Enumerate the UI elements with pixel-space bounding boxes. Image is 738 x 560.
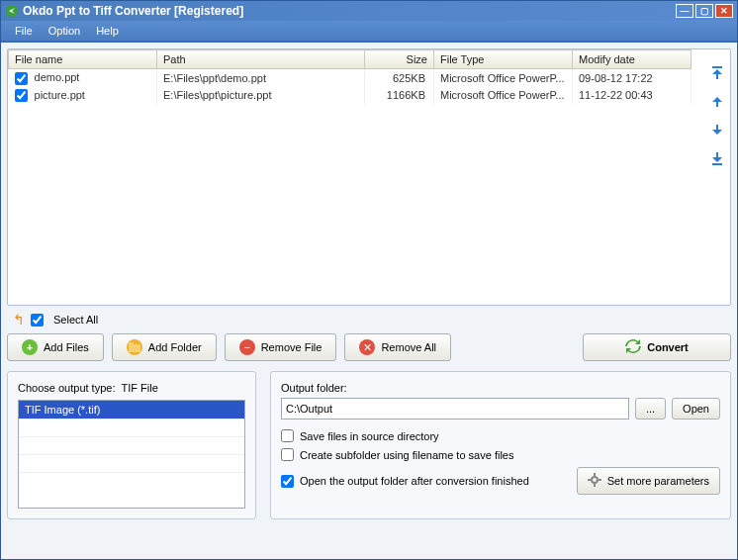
convert-label: Convert [647, 341, 689, 353]
app-icon [5, 4, 19, 18]
move-top-button[interactable] [708, 65, 726, 83]
cell-path: E:\Files\ppt\picture.ppt [157, 87, 365, 105]
move-up-button[interactable] [708, 93, 726, 111]
table-row[interactable]: demo.pptE:\Files\ppt\demo.ppt625KBMicros… [9, 69, 692, 87]
list-item[interactable]: TIF Image (*.tif) [19, 401, 244, 419]
select-all-row: ↰ Select All [13, 312, 731, 327]
output-type-list[interactable]: TIF Image (*.tif) [18, 400, 245, 509]
file-table: File name Path Size File Type Modify dat… [8, 49, 692, 104]
move-down-button[interactable] [708, 121, 726, 139]
output-folder-input[interactable] [281, 398, 629, 420]
open-folder-button[interactable]: Open [672, 398, 720, 420]
save-source-label: Save files in source directory [300, 430, 439, 442]
plus-icon: + [22, 339, 38, 355]
cell-filename: picture.ppt [35, 89, 85, 101]
subfolder-checkbox[interactable] [281, 448, 294, 461]
reorder-buttons [708, 65, 726, 166]
folder-icon [127, 339, 142, 355]
row-checkbox[interactable] [15, 89, 28, 102]
svg-rect-3 [129, 344, 140, 352]
list-item [19, 419, 244, 436]
cell-path: E:\Files\ppt\demo.ppt [157, 69, 365, 87]
more-parameters-label: Set more parameters [607, 475, 709, 487]
titlebar: Okdo Ppt to Tiff Converter [Registered] … [1, 1, 737, 21]
move-bottom-button[interactable] [708, 148, 726, 166]
output-folder-group: Output folder: ... Open Save files in so… [270, 371, 731, 519]
select-all-checkbox[interactable] [31, 314, 44, 327]
add-files-label: Add Files [44, 341, 89, 353]
cell-size: 625KB [365, 69, 434, 87]
svg-rect-4 [129, 342, 134, 345]
remove-all-icon: ✕ [359, 339, 375, 355]
col-filetype[interactable]: File Type [434, 50, 573, 69]
list-item [19, 472, 244, 490]
more-parameters-button[interactable]: Set more parameters [577, 467, 720, 495]
file-list-panel: File name Path Size File Type Modify dat… [7, 48, 731, 306]
toolbar: +Add Files Add Folder −Remove File ✕Remo… [7, 333, 731, 361]
cell-modify: 09-08-12 17:22 [573, 69, 692, 87]
cell-modify: 11-12-22 00:43 [573, 87, 692, 105]
convert-icon [625, 338, 641, 356]
cell-size: 1166KB [365, 87, 434, 105]
svg-rect-2 [712, 163, 722, 165]
col-size[interactable]: Size [365, 50, 434, 69]
add-folder-label: Add Folder [148, 341, 202, 353]
col-path[interactable]: Path [157, 50, 365, 69]
cell-filetype: Microsoft Office PowerP... [434, 87, 573, 105]
cell-filename: demo.ppt [35, 71, 80, 83]
remove-all-button[interactable]: ✕Remove All [344, 333, 451, 361]
remove-file-button[interactable]: −Remove File [225, 333, 337, 361]
remove-file-label: Remove File [261, 341, 323, 353]
minimize-button[interactable]: — [676, 4, 693, 18]
add-files-button[interactable]: +Add Files [7, 333, 104, 361]
col-modify[interactable]: Modify date [573, 50, 692, 69]
cell-filetype: Microsoft Office PowerP... [434, 69, 573, 87]
add-folder-button[interactable]: Add Folder [112, 333, 217, 361]
select-all-label: Select All [53, 314, 98, 326]
list-item [19, 436, 244, 454]
subfolder-label: Create subfolder using filename to save … [300, 449, 513, 461]
svg-rect-1 [712, 66, 722, 68]
up-level-icon[interactable]: ↰ [13, 312, 25, 327]
menu-help[interactable]: Help [88, 23, 127, 39]
client-area: File name Path Size File Type Modify dat… [1, 43, 737, 559]
bottom-row: Choose output type: TIF File TIF Image (… [7, 371, 731, 519]
remove-all-label: Remove All [381, 341, 436, 353]
list-item [19, 454, 244, 472]
gear-icon [588, 473, 601, 489]
menubar: File Option Help [1, 21, 737, 43]
app-window: Okdo Ppt to Tiff Converter [Registered] … [0, 0, 738, 560]
table-row[interactable]: picture.pptE:\Files\ppt\picture.ppt1166K… [9, 87, 692, 105]
open-after-checkbox[interactable] [281, 475, 294, 488]
output-type-label: Choose output type: [18, 382, 115, 394]
output-type-group: Choose output type: TIF File TIF Image (… [7, 371, 256, 519]
menu-file[interactable]: File [7, 23, 41, 39]
browse-button[interactable]: ... [635, 398, 666, 420]
output-type-current: TIF File [121, 382, 157, 394]
output-folder-label: Output folder: [281, 382, 720, 394]
svg-point-5 [592, 477, 598, 483]
app-title: Okdo Ppt to Tiff Converter [Registered] [23, 4, 243, 18]
maximize-button[interactable]: ▢ [695, 4, 713, 18]
row-checkbox[interactable] [15, 72, 28, 85]
save-source-checkbox[interactable] [281, 429, 294, 442]
minus-icon: − [239, 339, 255, 355]
open-after-label: Open the output folder after conversion … [300, 475, 529, 487]
convert-button[interactable]: Convert [583, 333, 731, 361]
col-filename[interactable]: File name [9, 50, 157, 69]
close-button[interactable]: ✕ [715, 4, 733, 18]
menu-option[interactable]: Option [41, 23, 88, 39]
